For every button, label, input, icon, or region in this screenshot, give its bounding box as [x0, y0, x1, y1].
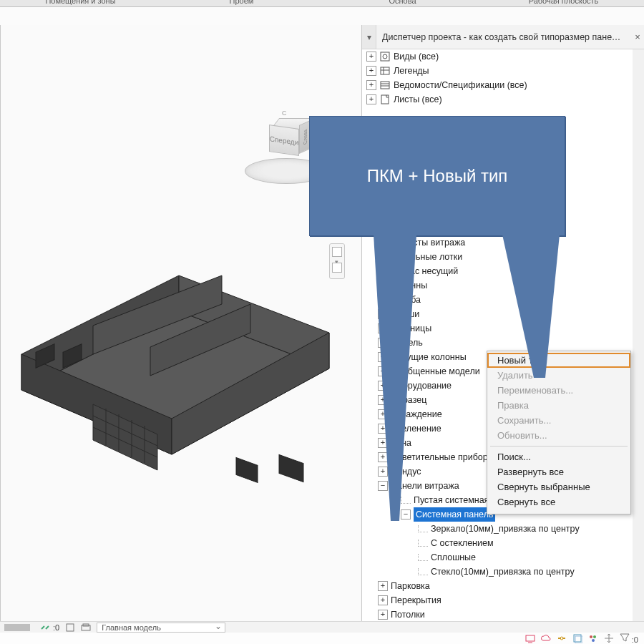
tree-label: Ведомости/Спецификации (все) [394, 78, 527, 92]
tree-node-schedules[interactable]: Ведомости/Спецификации (все) [362, 78, 644, 92]
status-drag-icon[interactable] [604, 633, 614, 643]
panel-options-button[interactable]: ▾ [362, 25, 376, 49]
count-label: :0 [53, 623, 59, 632]
expand-icon[interactable] [378, 610, 388, 620]
collapse-icon[interactable] [401, 509, 411, 519]
legend-icon [379, 66, 391, 76]
tree-scrollbar[interactable] [633, 49, 644, 621]
svg-rect-27 [67, 624, 74, 631]
collapse-icon[interactable] [378, 481, 388, 491]
expand-icon[interactable] [378, 595, 388, 605]
expand-icon[interactable] [366, 52, 376, 62]
expand-icon[interactable] [366, 94, 376, 104]
funnel-icon [620, 633, 630, 643]
menu-item-new-type[interactable]: Новый тип [487, 353, 630, 368]
workset-toggle[interactable] [81, 623, 91, 633]
menu-item-reload: Обновить... [487, 428, 630, 443]
menu-item-collapse-selected[interactable]: Свернуть выбранные [487, 479, 630, 494]
tree-label: Листы (все) [394, 92, 442, 107]
tree-label: Зеркало(10мм)_привязка по центру [431, 522, 580, 536]
expand-icon[interactable] [366, 66, 376, 76]
tree-label: Стекло(10мм)_привязка по центру [431, 565, 575, 579]
svg-point-35 [590, 635, 592, 638]
tree-label: Осветительные приборы [391, 450, 494, 464]
svg-rect-18 [381, 52, 389, 61]
tree-node-after-1[interactable]: Перекрытия [362, 593, 644, 608]
tree-node-sheets[interactable]: Листы (все) [362, 92, 644, 107]
ribbon-group-workplane: Рабочая плоскость [483, 0, 644, 5]
view-cube-front-face[interactable]: Спереди [269, 125, 299, 156]
tree-node-syspanel-type-0[interactable]: Зеркало(10мм)_привязка по центру [362, 522, 644, 536]
svg-rect-23 [381, 82, 389, 89]
menu-item-save: Сохранить... [487, 413, 630, 428]
panel-close-button[interactable]: × [631, 31, 644, 42]
menu-item-edit: Правка [487, 398, 630, 413]
tree-label: Парковка [391, 579, 430, 593]
svg-rect-30 [526, 635, 535, 641]
workset-combo[interactable]: Главная модель [97, 623, 225, 633]
tree-label: С остеклением [431, 536, 494, 550]
menu-item-search[interactable]: Поиск... [487, 449, 630, 464]
expand-icon[interactable] [366, 80, 376, 90]
expand-icon[interactable] [378, 581, 388, 591]
annotation-callout: ПКМ + Новый тип [309, 116, 565, 236]
ribbon-group-opening: Проем [161, 0, 322, 5]
filter-toggle[interactable] [65, 623, 75, 633]
status-filter-count[interactable]: :0 [620, 633, 638, 644]
link-select-icon [40, 623, 50, 633]
expand-icon[interactable] [378, 452, 388, 462]
view-control-bar: :0 Главная модель [0, 621, 644, 633]
model-3d-view[interactable] [7, 225, 336, 483]
menu-separator [490, 446, 628, 447]
status-select-underlay-icon[interactable] [572, 633, 582, 643]
svg-rect-9 [279, 454, 303, 482]
tree-line-icon [418, 568, 428, 575]
menu-item-rename: Переименовать... [487, 383, 630, 398]
svg-point-19 [383, 54, 387, 59]
tree-node-views[interactable]: Виды (все) [362, 49, 644, 64]
tree-label: Легенды [394, 64, 429, 78]
tree-node-syspanel-type-2[interactable]: Сплошные [362, 550, 644, 565]
selection-count-a[interactable]: :0 [40, 623, 59, 633]
view-canvas[interactable]: С Слева Спереди ▾ [0, 25, 362, 621]
building-isometric-icon [7, 225, 336, 483]
viewbar-spacer [4, 624, 30, 631]
sheet-icon [379, 94, 391, 104]
status-select-pinned-icon[interactable] [588, 633, 598, 643]
sheet-small-icon [65, 623, 75, 633]
tree-node-syspanel-type-3[interactable]: Стекло(10мм)_привязка по центру [362, 565, 644, 579]
schedule-icon [379, 80, 391, 90]
tree-line-icon [418, 554, 428, 561]
menu-item-expand-all[interactable]: Развернуть все [487, 464, 630, 479]
status-presentation-icon[interactable] [525, 633, 535, 643]
svg-rect-20 [381, 67, 389, 74]
project-browser-title: Диспетчер проекта - как создать свой тип… [376, 32, 631, 42]
status-cloud-icon[interactable] [541, 633, 551, 643]
tree-label: Сплошные [431, 550, 476, 565]
status-bar: :0 [0, 633, 644, 644]
ribbon-gap [0, 7, 644, 25]
app-root: Помещения и зоны Проем Основа Рабочая пл… [0, 0, 644, 644]
canvas-left-rule [0, 25, 1, 621]
expand-icon[interactable] [378, 467, 388, 477]
context-menu: Новый тип Удалить Переименовать... Правк… [487, 351, 631, 514]
tree-label: Виды (все) [394, 49, 439, 64]
ribbon-group-datum: Основа [322, 0, 483, 5]
project-browser-header[interactable]: ▾ Диспетчер проекта - как создать свой т… [362, 25, 644, 49]
tree-node-legends[interactable]: Легенды [362, 64, 644, 78]
tree-node-after-2[interactable]: Потолки [362, 608, 644, 621]
compass-north-label: С [282, 109, 287, 117]
menu-item-collapse-all[interactable]: Свернуть все [487, 494, 630, 509]
view-cube-body[interactable]: Слева Спереди [265, 118, 308, 161]
tree-node-syspanel-type-1[interactable]: С остеклением [362, 536, 644, 550]
ribbon-group-labels: Помещения и зоны Проем Основа Рабочая пл… [0, 0, 644, 5]
tree-node-after-0[interactable]: Парковка [362, 579, 644, 593]
svg-point-37 [592, 639, 595, 642]
menu-item-delete: Удалить [487, 368, 630, 383]
status-select-links-icon[interactable] [557, 633, 567, 643]
tree-line-icon [418, 540, 428, 547]
svg-rect-10 [236, 457, 258, 482]
tree-label: Потолки [391, 608, 425, 621]
filter-count-label: :0 [632, 635, 638, 644]
ribbon-group-rooms: Помещения и зоны [0, 0, 161, 5]
